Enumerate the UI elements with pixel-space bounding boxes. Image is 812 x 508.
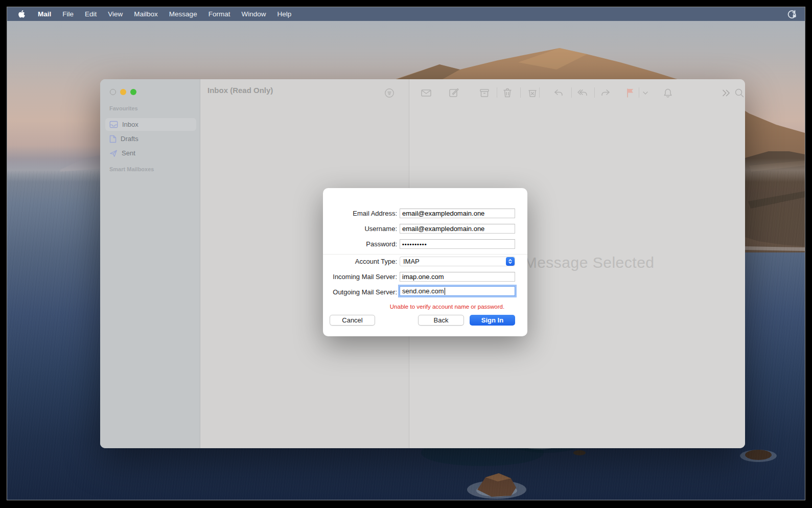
menu-item-mailbox[interactable]: Mailbox [128, 7, 164, 21]
username-field[interactable] [400, 224, 515, 234]
menu-item-help[interactable]: Help [271, 7, 297, 21]
menu-item-format[interactable]: Format [203, 7, 236, 21]
archive-icon[interactable] [478, 86, 491, 100]
sidebar-item-inbox[interactable]: Inbox [105, 118, 196, 131]
email-address-label: Email Address: [323, 209, 397, 218]
toolbar-overflow-icon[interactable] [720, 86, 733, 100]
paper-plane-icon [109, 149, 118, 157]
zoom-button[interactable] [130, 89, 136, 95]
close-button[interactable] [110, 89, 116, 95]
sidebar-item-label: Inbox [122, 121, 138, 128]
account-type-label: Account Type: [323, 257, 397, 266]
account-setup-dialog: Email Address: Username: Password: Accou… [323, 188, 527, 336]
toolbar-separator [539, 87, 540, 98]
sidebar-header-smart-mailboxes: Smart Mailboxes [100, 166, 154, 172]
forward-icon[interactable] [599, 86, 612, 100]
sidebar-item-label: Drafts [121, 135, 138, 143]
flag-chevron-down-icon[interactable] [641, 86, 649, 100]
popup-stepper-icon [506, 257, 515, 266]
reply-all-icon[interactable] [576, 86, 589, 100]
back-button[interactable]: Back [418, 315, 464, 326]
menu-item-window[interactable]: Window [236, 7, 271, 21]
outgoing-server-label: Outgoing Mail Server: [323, 287, 397, 297]
sidebar-header-favourites: Favourites [100, 105, 138, 111]
get-mail-icon[interactable] [420, 86, 433, 100]
junk-icon[interactable] [526, 86, 539, 100]
draft-document-icon [109, 135, 117, 143]
outgoing-server-field[interactable]: send.one.com [400, 286, 515, 296]
search-icon[interactable] [733, 86, 745, 100]
menu-item-message[interactable]: Message [164, 7, 203, 21]
mute-bell-icon[interactable] [661, 86, 675, 100]
menu-item-mail[interactable]: Mail [32, 7, 57, 21]
sidebar-item-label: Sent [122, 149, 135, 157]
menu-item-file[interactable]: File [57, 7, 79, 21]
email-address-field[interactable] [400, 209, 515, 218]
flag-icon[interactable] [623, 86, 637, 100]
password-label: Password: [323, 239, 397, 249]
filter-icon[interactable] [383, 86, 396, 100]
account-type-popup[interactable]: IMAP [400, 257, 515, 266]
apple-icon[interactable] [7, 10, 32, 18]
error-message: Unable to verify account name or passwor… [379, 304, 515, 310]
inbox-tray-icon [109, 121, 118, 128]
incoming-server-label: Incoming Mail Server: [323, 272, 397, 282]
screen-lock-icon[interactable] [779, 9, 805, 19]
traffic-lights [110, 89, 136, 95]
menu-item-view[interactable]: View [102, 7, 128, 21]
toolbar-separator [497, 87, 497, 98]
toolbar-separator [639, 87, 639, 98]
menu-item-edit[interactable]: Edit [79, 7, 102, 21]
dialog-divider [323, 254, 527, 255]
toolbar-separator [520, 87, 521, 98]
reply-icon[interactable] [552, 86, 565, 100]
sidebar-item-sent[interactable]: Sent [105, 147, 196, 159]
incoming-server-field[interactable] [400, 272, 515, 282]
trash-icon[interactable] [501, 86, 514, 100]
compose-icon[interactable] [447, 86, 460, 100]
toolbar-separator [594, 87, 595, 98]
window-title: Inbox (Read Only) [207, 86, 273, 95]
cancel-button[interactable]: Cancel [330, 315, 375, 326]
outgoing-server-value: send.one.com [402, 287, 444, 295]
account-type-value: IMAP [400, 258, 506, 265]
sidebar: Favourites Inbox Drafts [100, 79, 200, 448]
text-caret [445, 288, 445, 295]
menu-bar: Mail File Edit View Mailbox Message Form… [7, 7, 805, 21]
toolbar-separator [571, 87, 572, 98]
password-field[interactable] [400, 239, 515, 249]
minimize-button[interactable] [120, 89, 126, 95]
username-label: Username: [323, 224, 397, 234]
sign-in-button[interactable]: Sign In [470, 315, 515, 326]
sidebar-item-drafts[interactable]: Drafts [105, 132, 196, 145]
